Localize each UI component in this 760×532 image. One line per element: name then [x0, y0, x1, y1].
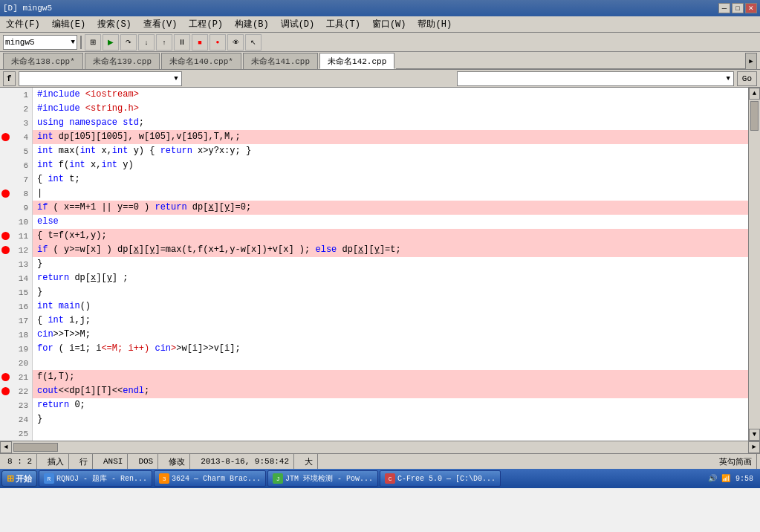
code-line-9[interactable]: if ( x==M+1 || y==0 ) return dp[x][y]=0; — [33, 201, 748, 215]
menu-tools[interactable]: 工具(T) — [320, 16, 366, 32]
taskbar-icon-1: 3 — [159, 473, 169, 484]
menu-debug[interactable]: 调试(D) — [275, 16, 321, 32]
taskbar-item-1[interactable]: 3 3624 — Charm Brac... — [154, 470, 266, 487]
step-out-btn[interactable]: ↑ — [156, 34, 172, 51]
code-lines-container[interactable]: #include <iostream>#include <string.h>us… — [33, 88, 748, 441]
breakpoint-btn[interactable]: ● — [210, 34, 226, 51]
line-number-21: 21 — [10, 373, 31, 382]
pause-btn[interactable]: ⏸ — [174, 34, 190, 51]
line-number-12: 12 — [10, 246, 31, 255]
breakpoint-8[interactable] — [0, 189, 10, 198]
breakpoint-21[interactable] — [0, 373, 10, 381]
tab-138[interactable]: 未命名138.cpp* — [3, 53, 83, 69]
vertical-scrollbar[interactable]: ▲ ▼ — [748, 88, 760, 441]
stop-btn[interactable]: ■ — [192, 34, 208, 51]
close-button[interactable]: ✕ — [745, 3, 757, 13]
scroll-up-btn[interactable]: ▲ — [749, 88, 760, 100]
scope-dropdown[interactable]: ▼ — [457, 71, 734, 86]
code-line-19[interactable]: for ( i=1; i<=M; i++) cin>>w[i]>>v[i]; — [33, 342, 748, 356]
code-line-21[interactable]: f(1,T); — [33, 370, 748, 384]
breakpoint-12[interactable] — [0, 246, 10, 254]
code-line-20[interactable] — [33, 356, 748, 370]
code-line-4[interactable]: int dp[105][1005], w[105],v[105],T,M,; — [33, 130, 748, 144]
compiler-name: mingw5 — [5, 38, 71, 47]
taskbar-item-3[interactable]: C C-Free 5.0 — [C:\D0... — [380, 470, 501, 487]
tab-142[interactable]: 未命名142.cpp — [319, 53, 394, 69]
scroll-left-btn[interactable]: ◄ — [0, 441, 12, 453]
line-number-24: 24 — [10, 415, 31, 424]
gutter-row-17: 17 — [0, 314, 32, 328]
line-number-4: 4 — [10, 133, 31, 142]
breakpoint-4[interactable] — [0, 133, 10, 141]
tab-bar: 未命名138.cpp* 未命名139.cpp 未命名140.cpp* 未命名14… — [0, 52, 760, 70]
menu-build[interactable]: 构建(B) — [229, 16, 275, 32]
start-button[interactable]: ⊞ 开始 — [1, 470, 37, 487]
tab-141[interactable]: 未命名141.cpp — [243, 53, 318, 69]
function-bar: f ▼ ▼ Go — [0, 70, 760, 88]
go-button[interactable]: Go — [737, 71, 757, 86]
hscroll-thumb[interactable] — [13, 443, 58, 452]
code-line-11[interactable]: { t=f(x+1,y); — [33, 229, 748, 243]
code-line-13[interactable]: } — [33, 257, 748, 271]
step-into-btn[interactable]: ↓ — [138, 34, 155, 51]
menu-file[interactable]: 文件(F) — [0, 16, 46, 32]
code-line-16[interactable]: int main() — [33, 299, 748, 314]
line-number-7: 7 — [10, 175, 31, 184]
menu-bar: 文件(F) 编辑(E) 搜索(S) 查看(V) 工程(P) 构建(B) 调试(D… — [0, 16, 760, 33]
code-line-24[interactable]: } — [33, 412, 748, 426]
menu-help[interactable]: 帮助(H) — [412, 16, 458, 32]
play-btn[interactable]: ▶ — [103, 34, 119, 51]
watch-btn[interactable]: 👁 — [227, 34, 244, 51]
scroll-down-btn[interactable]: ▼ — [749, 429, 760, 441]
menu-view[interactable]: 查看(V) — [137, 16, 183, 32]
code-line-23[interactable]: return 0; — [33, 398, 748, 412]
menu-edit[interactable]: 编辑(E) — [46, 16, 92, 32]
code-line-10[interactable]: else — [33, 215, 748, 229]
title-bar: [D] mingw5 ─ □ ✕ — [0, 0, 760, 16]
maximize-button[interactable]: □ — [732, 3, 744, 13]
menu-search[interactable]: 搜索(S) — [91, 16, 137, 32]
code-line-5[interactable]: int max(int x,int y) { return x>y?x:y; } — [33, 144, 748, 158]
tab-scroll-right[interactable]: ▶ — [745, 53, 757, 69]
line-number-11: 11 — [10, 232, 31, 241]
gutter-row-2: 2 — [0, 102, 32, 116]
code-line-15[interactable]: } — [33, 285, 748, 299]
minimize-button[interactable]: ─ — [718, 3, 730, 13]
grid-icon-btn[interactable]: ⊞ — [85, 34, 101, 51]
code-line-25[interactable] — [33, 426, 748, 441]
code-line-22[interactable]: cout<<dp[1][T]<<endl; — [33, 384, 748, 398]
cursor-btn[interactable]: ↖ — [245, 34, 262, 51]
code-line-1[interactable]: #include <iostream> — [33, 88, 748, 102]
code-line-3[interactable]: using namespace std; — [33, 116, 748, 130]
line-number-16: 16 — [10, 302, 31, 311]
tab-139[interactable]: 未命名139.cpp — [85, 53, 160, 69]
scroll-right-btn[interactable]: ► — [748, 441, 760, 453]
code-line-8[interactable]: | — [33, 186, 748, 201]
taskbar-item-2[interactable]: J JTM 环境检测 - Pow... — [267, 470, 378, 487]
gutter-row-8: 8 — [0, 186, 32, 201]
code-line-18[interactable]: cin>>T>>M; — [33, 328, 748, 342]
code-line-14[interactable]: return dp[x][y] ; — [33, 271, 748, 285]
code-line-17[interactable]: { int i,j; — [33, 314, 748, 328]
code-line-7[interactable]: { int t; — [33, 172, 748, 186]
menu-project[interactable]: 工程(P) — [183, 16, 229, 32]
compiler-dropdown[interactable]: mingw5 ▼ — [3, 35, 77, 50]
gutter-row-25: 25 — [0, 426, 32, 441]
line-number-2: 2 — [10, 105, 31, 114]
code-line-6[interactable]: int f(int x,int y) — [33, 158, 748, 172]
taskbar: ⊞ 开始 R RQNOJ - 题库 - Ren... 3 3624 — Char… — [0, 469, 760, 488]
gutter-row-5: 5 — [0, 144, 32, 158]
taskbar-item-0[interactable]: R RQNOJ - 题库 - Ren... — [39, 470, 152, 487]
scroll-thumb[interactable] — [750, 101, 759, 131]
func-dropdown[interactable]: ▼ — [19, 71, 182, 86]
tab-140[interactable]: 未命名140.cpp* — [161, 53, 241, 69]
breakpoint-11[interactable] — [0, 232, 10, 240]
tray-icons: 🔊 📶 — [708, 474, 730, 483]
step-over-btn[interactable]: ↷ — [120, 34, 137, 51]
encoding: ANSI — [99, 454, 128, 469]
menu-window[interactable]: 窗口(W) — [366, 16, 412, 32]
code-line-12[interactable]: if ( y>=w[x] ) dp[x][y]=max(t,f(x+1,y-w[… — [33, 243, 748, 257]
code-line-2[interactable]: #include <string.h> — [33, 102, 748, 116]
gutter-row-20: 20 — [0, 356, 32, 370]
breakpoint-22[interactable] — [0, 387, 10, 395]
